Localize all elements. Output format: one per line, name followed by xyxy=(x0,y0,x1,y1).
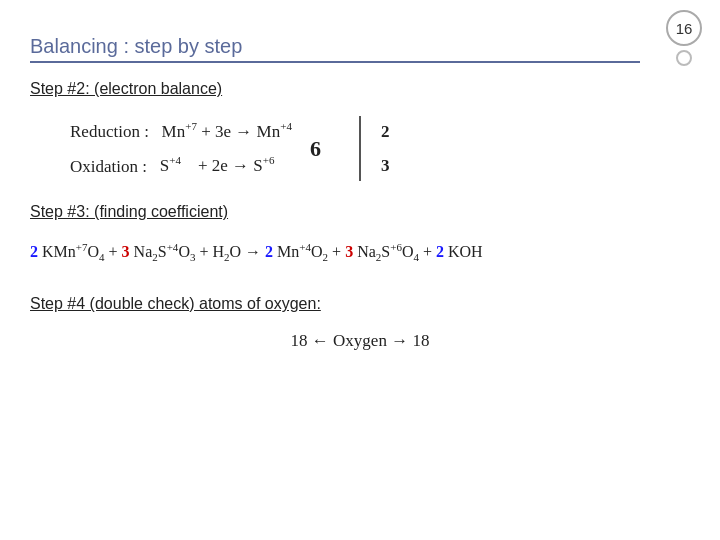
slide-number: 16 xyxy=(666,10,702,46)
vertical-divider xyxy=(359,116,361,181)
arrow-left: ← xyxy=(312,331,333,350)
kmno4: KMn+7O4 + xyxy=(42,243,122,260)
arrow-right: → xyxy=(391,331,412,350)
coeff-3a: 3 xyxy=(122,243,130,260)
step3-heading: Step #3: (finding coefficient) xyxy=(30,203,690,221)
right-count: 18 xyxy=(412,331,429,350)
coeff-2c: 2 xyxy=(436,243,444,260)
slide-title: Balancing : step by step xyxy=(30,35,640,58)
na2so3: Na2S+4O3 + H2O → xyxy=(134,243,265,260)
na2so4: Na2S+6O4 + xyxy=(357,243,436,260)
title-area: Balancing : step by step xyxy=(30,35,640,63)
reduction-row: Reduction : Mn+7 + 3e → Mn+4 xyxy=(70,119,292,143)
coefficients: 2 3 xyxy=(381,122,390,176)
koh: KOH xyxy=(448,243,483,260)
coeff-reduction: 2 xyxy=(381,122,390,142)
oxidation-equation: S+4 + 2e → S+6 xyxy=(160,156,275,175)
coeff-oxidation: 3 xyxy=(381,156,390,176)
center-number: 6 xyxy=(310,136,321,162)
title-underline xyxy=(30,61,640,63)
oxidation-row: Oxidation : S+4 + 2e → S+6 xyxy=(70,154,292,178)
mno2: Mn+4O2 + xyxy=(277,243,345,260)
step2-heading: Step #2: (electron balance) xyxy=(30,80,690,98)
oxygen-balance: 18 ← Oxygen → 18 xyxy=(30,331,690,351)
step4-heading: Step #4 (double check) atoms of oxygen: xyxy=(30,295,690,313)
center-value-area: 6 2 3 xyxy=(310,116,390,181)
reduction-equation: Mn+7 + 3e → Mn+4 xyxy=(162,122,292,141)
reduction-label: Reduction : xyxy=(70,122,157,141)
redox-block: Reduction : Mn+7 + 3e → Mn+4 Oxidation :… xyxy=(70,116,690,181)
slide-number-decoration xyxy=(676,50,692,66)
content-area: Step #2: (electron balance) Reduction : … xyxy=(30,80,690,351)
coeff-3b: 3 xyxy=(345,243,353,260)
left-count: 18 xyxy=(291,331,308,350)
oxidation-label: Oxidation : xyxy=(70,156,155,175)
coeff-2b: 2 xyxy=(265,243,273,260)
oxygen-label: Oxygen xyxy=(333,331,387,350)
coeff-2a: 2 xyxy=(30,243,38,260)
step3-reaction: 2 KMn+7O4 + 3 Na2S+4O3 + H2O → 2 Mn+4O2 … xyxy=(30,239,690,267)
equations: Reduction : Mn+7 + 3e → Mn+4 Oxidation :… xyxy=(70,119,292,178)
